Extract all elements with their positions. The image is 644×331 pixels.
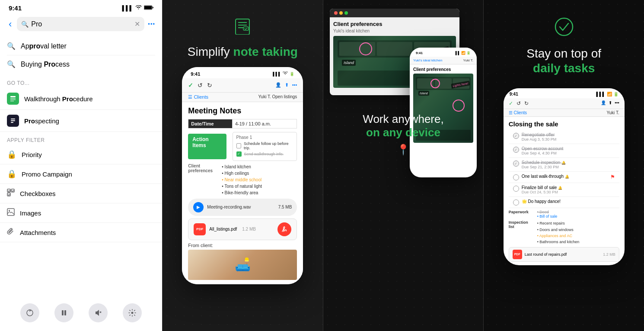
panel3-title-white: Stay on top of	[526, 46, 601, 61]
audio-filename: Meeting-recording.wav	[207, 205, 251, 209]
phone3-battery: 🔋	[613, 92, 618, 96]
phone2-signal: ▌▌	[456, 51, 460, 55]
task-circle-5	[513, 186, 519, 192]
phone3-breadcrumb: ☰ Clients Yuki T.	[504, 109, 625, 117]
play-button[interactable]: ▶	[193, 202, 204, 212]
phone3-pdf-icon: PDF	[513, 250, 522, 259]
goto-prospecting-text: Prospecting	[24, 117, 59, 125]
audio-row: ▶ Meeting-recording.wav 7.5 MB	[188, 199, 297, 216]
panel1-title-green: note taking	[233, 45, 298, 58]
pdf-filename: All_listings.pdf	[209, 227, 237, 231]
svg-rect-6	[11, 119, 15, 119]
file-row: PDF All_listings.pdf 1.2 MB	[188, 219, 297, 240]
suggestion-process[interactable]: 🔍 Buying Process	[7, 55, 155, 73]
svg-rect-1	[144, 6, 152, 9]
mute-button[interactable]	[89, 303, 108, 322]
pref-item-5: • Bike-friendly area	[222, 190, 262, 196]
attachment-filter-icon	[7, 228, 15, 237]
paperwork-label: Paperwork	[509, 210, 535, 219]
more-button[interactable]: •••	[148, 21, 155, 27]
phone3-breadcrumb-right: Yuki T.	[606, 110, 619, 115]
filter-checkboxes[interactable]: Checkboxes	[0, 184, 162, 203]
back-button[interactable]: ‹	[7, 18, 13, 31]
phone3-redo: ↻	[524, 100, 529, 106]
phone-note-title-1: Meeting Notes	[188, 106, 297, 116]
inspection-label: Inspection list	[509, 220, 535, 245]
panel2-bottom-text: Work anywhere, on any device 📍	[363, 112, 443, 156]
task-label-3: Schedule inspection 🔔	[522, 160, 615, 165]
search-icon: 🔍	[21, 21, 29, 28]
date-label-cell: Date/Time	[188, 119, 233, 128]
filter-images[interactable]: Images	[0, 203, 162, 223]
svg-rect-23	[243, 27, 249, 30]
paperwork-deed: • Deed	[537, 210, 558, 214]
share-icon: ⬆	[285, 82, 289, 88]
task-happy-dance: 🌟 Do happy dance!	[509, 197, 619, 208]
audio-size: 7.5 MB	[278, 205, 292, 209]
settings-button[interactable]	[123, 303, 142, 322]
action-items-badge: Action Items	[188, 134, 226, 159]
paperwork-items: • Deed • Bill of sale	[537, 210, 558, 219]
goto-prospecting[interactable]: Prospecting	[0, 110, 162, 132]
search-clear-button[interactable]: ✕	[134, 20, 140, 28]
sign-icon	[277, 222, 291, 236]
goto-walkthrough[interactable]: Walkthrough Procedure	[0, 88, 162, 110]
phase-box: Phase 1 Schedule follow up before trip. …	[233, 132, 297, 161]
client-prefs-label: Clientpreferences	[188, 164, 218, 196]
panel3-title-green: daily tasks	[526, 61, 601, 76]
phone3-pdf-label: Last round of repairs.pdf	[525, 252, 567, 257]
task-finalize: Finalize bill of sale 🔔 Due Oct 24, 5:30…	[509, 183, 619, 197]
redo-icon: ↻	[207, 82, 212, 89]
svg-rect-8	[11, 122, 13, 123]
phone2-wifi: 📶	[461, 51, 465, 55]
task-label-4: One last walk-through 🔔	[522, 174, 608, 179]
suggestion-text-process: Buying Process	[21, 61, 70, 68]
refresh-button[interactable]	[20, 303, 39, 322]
search-input-wrap[interactable]: 🔍 Pro ✕	[17, 17, 144, 31]
status-time: 9:41	[9, 4, 22, 12]
filter-promo[interactable]: 🔒 Promo Campaign	[0, 164, 162, 184]
suggestion-approval[interactable]: 🔍 Approval letter	[7, 37, 155, 55]
task-circle-checked-2: ✓	[513, 147, 519, 153]
checkbox-text-2: Send walkthrough info.	[244, 152, 284, 156]
inspection-items: • Recent repairs • Doors and windows • A…	[537, 220, 580, 245]
room-image: 🛋️	[188, 250, 297, 280]
phone2-breadcrumb-left: Yuki's ideal kitchen	[413, 58, 442, 62]
pause-button[interactable]	[54, 303, 73, 322]
task-inspection-text: Schedule inspection 🔔 Due Sep 21, 2:30 P…	[522, 160, 615, 169]
panel-work-anywhere: Client preferences Yuki's ideal kitchen	[323, 0, 484, 331]
checkbox-empty-1	[236, 143, 241, 148]
filter-section-label: APPLY FILTER	[0, 132, 162, 145]
task-label-6: 🌟 Do happy dance!	[522, 199, 561, 204]
svg-rect-3	[10, 98, 16, 99]
signal-icon: ▌▌▌	[122, 5, 133, 11]
phone2-time: 9:41	[416, 51, 423, 55]
wifi-icon	[135, 5, 142, 11]
pdf-size: 1.2 MB	[242, 227, 256, 231]
prospecting-icon	[7, 115, 19, 127]
task-inspection: ✓ Schedule inspection 🔔 Due Sep 21, 2:30…	[509, 158, 619, 172]
phone3-share: ⬆	[609, 100, 612, 106]
phone-time-1: 9:41	[191, 71, 200, 77]
phone2-status: 9:41 ▌▌ 📶 🔋	[410, 48, 477, 57]
task-walkthrough-text: One last walk-through 🔔	[522, 174, 608, 179]
task-happy-text: 🌟 Do happy dance!	[522, 199, 561, 204]
phone3-person: 👤	[601, 100, 606, 106]
phone-mockup-1: 9:41 ▌▌▌ 🔋 ✓ ↺ ↻ 👤 ⬆ ••	[182, 67, 303, 284]
phone2-annotation-1	[430, 79, 440, 88]
task-due-3: Due Sep 21, 2:30 PM	[522, 165, 615, 169]
search-query[interactable]: Pro	[31, 20, 132, 28]
filter-priority[interactable]: 🔒 Priority	[0, 145, 162, 164]
task-escrow-text: Open escrow account Due Sep 4, 4:30 PM	[522, 146, 564, 155]
task-label-5: Finalize bill of sale 🔔	[522, 185, 562, 190]
svg-rect-7	[11, 120, 15, 121]
filter-attachments[interactable]: Attachments	[0, 223, 162, 242]
phone2-icons: ▌▌ 📶 🔋	[456, 51, 471, 55]
more-icon-phone: •••	[292, 82, 297, 88]
phone3-more: •••	[615, 100, 619, 106]
pdf-icon-1: PDF	[194, 223, 206, 235]
desktop-note-subtitle: Yuki's ideal kitchen	[333, 29, 456, 33]
phone-mockup-3: 9:41 ▌▌▌ 📶 🔋 ✓ ↺ ↻ 👤 ⬆ •••	[504, 88, 625, 265]
annotation-circle-1	[359, 42, 372, 55]
note-taking-icon	[234, 17, 251, 39]
